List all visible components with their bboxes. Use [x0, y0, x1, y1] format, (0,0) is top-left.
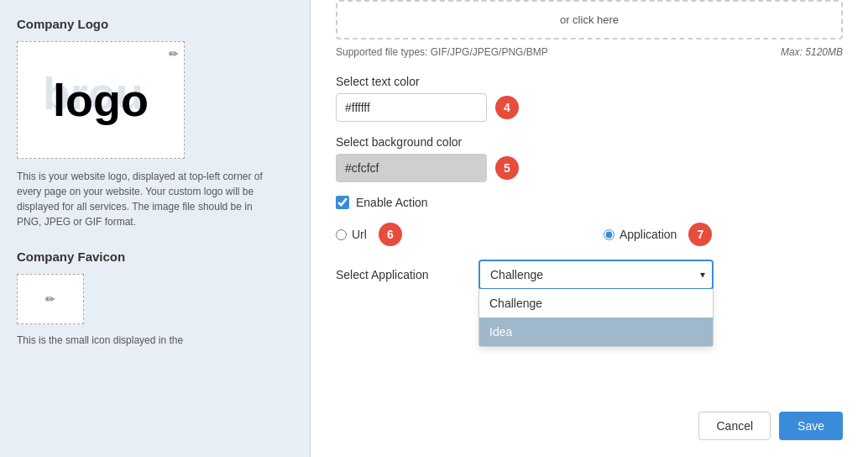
save-button[interactable]: Save: [779, 412, 843, 440]
favicon-description: This is the small icon displayed in the: [17, 333, 293, 348]
chevron-down-icon: ▾: [700, 269, 705, 281]
text-color-group: Select text color 4: [336, 75, 843, 122]
left-panel: Company Logo brou logo ✏ This is your we…: [0, 0, 311, 457]
enable-action-label: Enable Action: [356, 196, 428, 209]
option-idea[interactable]: Idea: [479, 318, 713, 346]
favicon-edit-icon[interactable]: ✏: [45, 292, 55, 306]
footer-row: Cancel Save: [698, 412, 843, 440]
company-favicon-title: Company Favicon: [17, 250, 293, 264]
company-logo-title: Company Logo: [17, 17, 293, 31]
logo-description: This is your website logo, displayed at …: [17, 169, 269, 229]
background-color-label: Select background color: [336, 135, 843, 149]
enable-action-checkbox[interactable]: [336, 196, 349, 209]
right-panel: or click here Supported file types: GIF/…: [311, 0, 868, 457]
url-label: Url: [352, 228, 367, 241]
dropdown-options: Challenge Idea: [478, 289, 714, 347]
dropdown-wrapper: Challenge ▾ Challenge Idea: [478, 260, 714, 290]
upload-text: or click here: [560, 13, 619, 26]
text-color-input[interactable]: [336, 93, 487, 122]
text-color-row: 4: [336, 93, 843, 122]
enable-action-row: Enable Action: [336, 196, 843, 209]
logo-container: brou logo ✏: [17, 41, 185, 159]
background-color-row: 5: [336, 154, 843, 182]
application-radio-item: Application 7: [604, 223, 713, 246]
url-radio-item: Url 6: [336, 223, 402, 246]
radio-row: Url 6 Application 7: [336, 223, 843, 246]
supported-file-types: Supported file types: GIF/JPG/JPEG/PNG/B…: [336, 46, 548, 58]
application-radio-label: Application: [620, 228, 677, 241]
logo-edit-icon[interactable]: ✏: [169, 47, 179, 60]
dropdown-current-value: Challenge: [490, 268, 543, 281]
application-radio[interactable]: [604, 229, 614, 240]
file-info-row: Supported file types: GIF/JPG/JPEG/PNG/B…: [336, 46, 843, 58]
background-color-input[interactable]: [336, 154, 487, 182]
badge-7: 7: [688, 223, 712, 246]
favicon-container: ✏: [17, 274, 84, 324]
text-color-label: Select text color: [336, 75, 843, 88]
max-size: Max: 5120MB: [781, 46, 843, 58]
background-color-group: Select background color 5: [336, 135, 843, 182]
url-radio[interactable]: [336, 229, 347, 240]
badge-5: 5: [495, 156, 519, 180]
logo-text: logo: [53, 77, 149, 123]
application-dropdown[interactable]: Challenge ▾: [478, 260, 714, 290]
badge-6: 6: [379, 223, 402, 246]
cancel-button[interactable]: Cancel: [698, 412, 771, 440]
option-challenge[interactable]: Challenge: [479, 289, 713, 318]
upload-area[interactable]: or click here: [336, 0, 843, 39]
select-application-label: Select Application: [336, 260, 462, 281]
select-application-row: Select Application Challenge ▾ Challenge…: [336, 260, 843, 290]
badge-4: 4: [495, 96, 519, 119]
